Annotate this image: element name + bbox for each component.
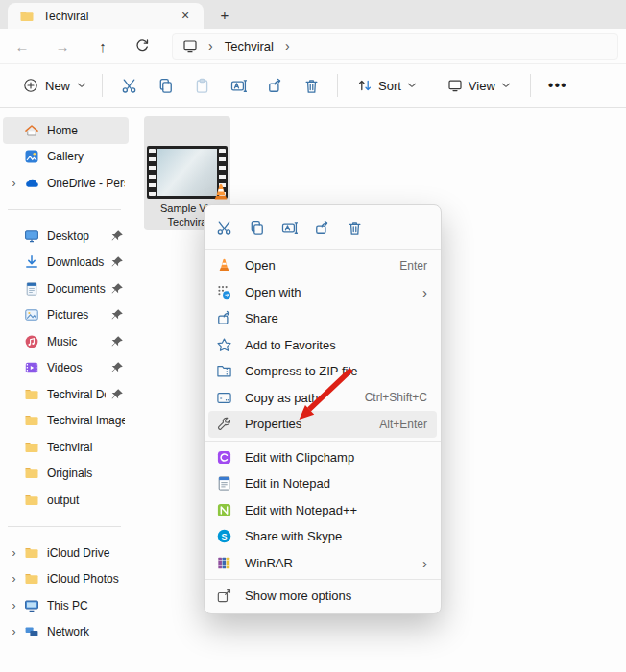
folder-icon xyxy=(24,492,40,508)
menu-item-share[interactable]: Share xyxy=(205,305,441,332)
menu-item-edit-with-notepadpp[interactable]: Edit with Notepad++ xyxy=(205,497,441,524)
vlc-icon xyxy=(216,257,232,274)
sidebar-divider xyxy=(0,514,132,540)
sidebar-item-videos[interactable]: Videos xyxy=(3,355,129,382)
sidebar-item-output[interactable]: output xyxy=(3,487,129,514)
trash-icon xyxy=(347,220,363,236)
sidebar-divider xyxy=(0,197,132,224)
breadcrumb-chevron-icon: › xyxy=(203,38,219,54)
pin-icon xyxy=(109,334,125,349)
copy-button[interactable] xyxy=(243,214,270,241)
folder-icon xyxy=(24,545,40,561)
sidebar-item-gallery[interactable]: Gallery xyxy=(3,144,129,171)
downloads-icon xyxy=(24,254,40,270)
view-button[interactable]: View xyxy=(440,72,518,99)
sort-button[interactable]: Sort xyxy=(349,72,424,99)
context-menu-quick-actions xyxy=(205,209,441,246)
trash-icon xyxy=(303,78,320,94)
paste-button[interactable] xyxy=(183,70,220,101)
sidebar-item-home[interactable]: Home xyxy=(3,117,129,144)
wrench-icon xyxy=(216,416,232,432)
expand-chevron-icon[interactable]: › xyxy=(8,572,20,586)
show-more-icon xyxy=(216,588,232,604)
sidebar-item-techviral[interactable]: Techviral xyxy=(3,434,129,461)
pin-icon xyxy=(109,254,125,270)
tab-techviral[interactable]: Techviral × xyxy=(8,3,204,29)
folder-icon xyxy=(24,440,40,455)
menu-separator xyxy=(205,441,441,442)
sidebar-item-techviral-documents[interactable]: Techviral Docum xyxy=(3,381,129,408)
sidebar-item-techviral-images[interactable]: Techviral Images xyxy=(3,408,129,435)
sidebar-item-downloads[interactable]: Downloads xyxy=(3,250,129,276)
folder-icon xyxy=(24,571,40,587)
menu-item-edit-with-clipchamp[interactable]: Edit with Clipchamp xyxy=(205,444,441,471)
gallery-icon xyxy=(24,149,40,164)
menu-item-winrar[interactable]: WinRAR › xyxy=(205,550,441,577)
sidebar-item-documents[interactable]: Documents xyxy=(3,276,129,302)
sidebar-splitter[interactable] xyxy=(132,108,132,672)
menu-item-show-more-options[interactable]: Show more options xyxy=(205,583,441,610)
share-button[interactable] xyxy=(308,214,335,241)
menu-item-compress-zip[interactable]: Compress to ZIP file xyxy=(205,358,441,385)
notepad-icon xyxy=(216,475,232,492)
chevron-down-icon xyxy=(501,83,511,88)
delete-button[interactable] xyxy=(341,214,368,241)
share-button[interactable] xyxy=(256,70,293,101)
sidebar-item-network[interactable]: › Network xyxy=(3,619,129,646)
breadcrumb-item-techviral[interactable]: Techviral xyxy=(223,39,276,54)
share-icon xyxy=(267,78,283,94)
menu-item-open[interactable]: Open Enter xyxy=(205,252,441,279)
sidebar-item-originals[interactable]: Originals xyxy=(3,461,129,488)
expand-chevron-icon[interactable]: › xyxy=(8,177,20,190)
delete-button[interactable] xyxy=(293,70,329,101)
network-icon xyxy=(24,624,40,639)
rename-icon xyxy=(230,78,247,94)
sidebar-item-pictures[interactable]: Pictures xyxy=(3,302,129,329)
expand-chevron-icon[interactable]: › xyxy=(8,546,20,560)
back-button[interactable]: ← xyxy=(8,34,36,59)
more-options-button[interactable]: ••• xyxy=(539,73,577,98)
context-menu: Open Enter Open with › Share Add to Favo… xyxy=(204,204,442,614)
sidebar-item-music[interactable]: Music xyxy=(3,328,129,355)
new-tab-button[interactable]: + xyxy=(215,6,234,25)
sidebar-item-this-pc[interactable]: › This PC xyxy=(3,592,129,619)
menu-item-properties[interactable]: Properties Alt+Enter xyxy=(208,411,437,438)
sidebar-item-icloud-drive[interactable]: › iCloud Drive xyxy=(3,540,129,566)
pictures-icon xyxy=(24,307,40,323)
forward-button[interactable]: → xyxy=(48,34,77,59)
menu-item-add-to-favorites[interactable]: Add to Favorites xyxy=(205,332,441,359)
sidebar-item-desktop[interactable]: Desktop xyxy=(3,223,129,250)
expand-chevron-icon[interactable]: › xyxy=(8,599,20,612)
menu-item-copy-as-path[interactable]: Copy as path Ctrl+Shift+C xyxy=(205,385,441,412)
copy-icon xyxy=(157,78,174,94)
view-button-label: View xyxy=(469,79,495,93)
pin-icon xyxy=(109,281,125,297)
toolbar-separator xyxy=(337,74,338,97)
sidebar-item-onedrive[interactable]: › OneDrive - Persona xyxy=(3,170,129,197)
copy-button[interactable] xyxy=(147,70,183,101)
notepadpp-icon xyxy=(216,502,232,518)
video-thumbnail xyxy=(147,146,228,199)
expand-chevron-icon[interactable]: › xyxy=(8,625,20,638)
shortcut-label: Alt+Enter xyxy=(379,418,427,431)
pin-icon xyxy=(109,360,125,375)
menu-item-share-with-skype[interactable]: S Share with Skype xyxy=(205,523,441,550)
skype-icon: S xyxy=(216,528,232,544)
sidebar-item-icloud-photos[interactable]: › iCloud Photos xyxy=(3,566,129,593)
new-button[interactable]: New xyxy=(15,72,94,99)
rename-button[interactable] xyxy=(276,214,302,241)
refresh-button[interactable] xyxy=(128,34,156,59)
tab-close-icon[interactable]: × xyxy=(177,8,194,25)
shortcut-label: Ctrl+Shift+C xyxy=(365,391,427,404)
documents-icon xyxy=(24,281,40,297)
shortcut-label: Enter xyxy=(399,259,427,273)
breadcrumb[interactable]: › Techviral › xyxy=(172,33,618,60)
menu-item-open-with[interactable]: Open with › xyxy=(205,279,441,306)
submenu-chevron-icon: › xyxy=(422,284,427,300)
cut-button[interactable] xyxy=(210,214,237,241)
sort-icon xyxy=(357,78,373,93)
menu-item-edit-in-notepad[interactable]: Edit in Notepad xyxy=(205,470,441,497)
cut-button[interactable] xyxy=(110,70,147,101)
rename-button[interactable] xyxy=(220,70,256,101)
up-button[interactable]: ↑ xyxy=(88,34,117,59)
